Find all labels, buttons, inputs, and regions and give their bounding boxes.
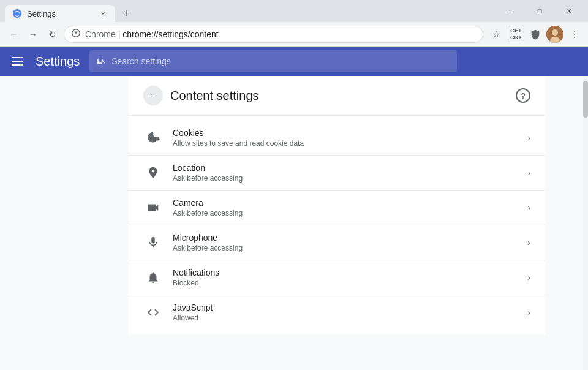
scrollbar-track xyxy=(583,76,588,370)
reload-button[interactable]: ↻ xyxy=(44,26,61,43)
tab-close-button[interactable]: ✕ xyxy=(98,9,108,18)
cookies-subtitle: Allow sites to save and read cookie data xyxy=(173,139,518,148)
settings-panel: ← Content settings ? Cookies xyxy=(129,76,545,334)
search-input[interactable] xyxy=(111,56,450,66)
new-tab-button[interactable]: + xyxy=(118,5,135,22)
notifications-title: Notifications xyxy=(173,268,518,278)
notifications-item[interactable]: Notifications Blocked › xyxy=(129,260,545,295)
toolbar-icons: ☆ GET CRX ⋮ xyxy=(488,26,583,43)
javascript-subtitle: Allowed xyxy=(173,314,518,322)
camera-subtitle: Ask before accessing xyxy=(173,209,518,217)
cookies-item[interactable]: Cookies Allow sites to save and read coo… xyxy=(129,121,545,156)
cookies-text: Cookies Allow sites to save and read coo… xyxy=(173,128,518,148)
minimize-button[interactable]: — xyxy=(496,2,524,20)
notifications-subtitle: Blocked xyxy=(173,279,518,287)
microphone-arrow: › xyxy=(527,238,530,247)
back-button[interactable]: ← xyxy=(5,26,22,43)
microphone-icon xyxy=(143,233,163,252)
camera-item[interactable]: Camera Ask before accessing › xyxy=(129,191,545,225)
location-item[interactable]: Location Ask before accessing › xyxy=(129,156,545,191)
hamburger-menu[interactable] xyxy=(10,55,26,68)
get-crx-button[interactable]: GET CRX xyxy=(508,26,524,43)
address-bar: ← → ↻ Chrome | chrome://settings/content… xyxy=(0,22,588,47)
tab-title: Settings xyxy=(27,9,93,18)
app-title: Settings xyxy=(36,55,80,69)
app-header: Settings xyxy=(0,47,588,76)
settings-list: Cookies Allow sites to save and read coo… xyxy=(129,116,545,334)
active-tab[interactable]: Settings ✕ xyxy=(5,5,115,22)
window-controls: — □ ✕ xyxy=(496,2,583,20)
panel-title: Content settings xyxy=(170,89,259,103)
notifications-arrow: › xyxy=(527,273,530,282)
svg-point-3 xyxy=(552,29,558,36)
camera-arrow: › xyxy=(527,203,530,213)
camera-title: Camera xyxy=(173,198,518,208)
scrollbar-thumb[interactable] xyxy=(583,81,588,118)
camera-icon xyxy=(143,198,163,217)
microphone-subtitle: Ask before accessing xyxy=(173,244,518,252)
profile-avatar[interactable] xyxy=(546,26,564,43)
address-input[interactable]: Chrome | chrome://settings/content xyxy=(64,26,483,43)
location-title: Location xyxy=(173,163,518,173)
tab-strip: Settings ✕ + xyxy=(5,0,496,22)
sidebar xyxy=(0,76,86,370)
address-text: Chrome | chrome://settings/content xyxy=(85,29,475,39)
cookies-title: Cookies xyxy=(173,128,518,138)
notifications-icon xyxy=(143,268,163,287)
shield-extension-icon[interactable] xyxy=(527,26,544,43)
bookmark-button[interactable]: ☆ xyxy=(488,26,505,43)
cookies-icon xyxy=(143,128,163,148)
tab-favicon xyxy=(12,9,22,18)
location-icon xyxy=(143,163,163,183)
menu-button[interactable]: ⋮ xyxy=(566,26,583,43)
notifications-text: Notifications Blocked xyxy=(173,268,518,287)
javascript-text: JavaScript Allowed xyxy=(173,303,518,322)
javascript-item[interactable]: JavaScript Allowed › xyxy=(129,295,545,330)
microphone-title: Microphone xyxy=(173,233,518,243)
javascript-arrow: › xyxy=(527,308,530,317)
location-arrow: › xyxy=(527,168,530,178)
title-bar: Settings ✕ + — □ ✕ xyxy=(0,0,588,22)
address-chrome-label: Chrome xyxy=(85,29,116,39)
help-button[interactable]: ? xyxy=(516,88,530,103)
search-box[interactable] xyxy=(89,50,457,72)
maximize-button[interactable]: □ xyxy=(526,2,554,20)
content-area: ← Content settings ? Cookies xyxy=(0,76,588,370)
panel-header: ← Content settings ? xyxy=(129,76,545,116)
microphone-text: Microphone Ask before accessing xyxy=(173,233,518,252)
camera-text: Camera Ask before accessing xyxy=(173,198,518,217)
site-info-icon xyxy=(72,29,80,39)
location-subtitle: Ask before accessing xyxy=(173,174,518,183)
search-icon xyxy=(97,55,107,67)
back-button[interactable]: ← xyxy=(143,86,163,105)
microphone-item[interactable]: Microphone Ask before accessing › xyxy=(129,225,545,260)
location-text: Location Ask before accessing xyxy=(173,163,518,183)
app-container: Settings ← Content settings ? xyxy=(0,47,588,370)
javascript-icon xyxy=(143,303,163,322)
close-button[interactable]: ✕ xyxy=(555,2,583,20)
address-url: chrome://settings/content xyxy=(123,29,218,39)
javascript-title: JavaScript xyxy=(173,303,518,312)
cookies-arrow: › xyxy=(527,133,530,143)
forward-button[interactable]: → xyxy=(24,26,42,43)
panel-header-left: ← Content settings xyxy=(143,86,259,105)
main-content: ← Content settings ? Cookies xyxy=(86,76,588,370)
